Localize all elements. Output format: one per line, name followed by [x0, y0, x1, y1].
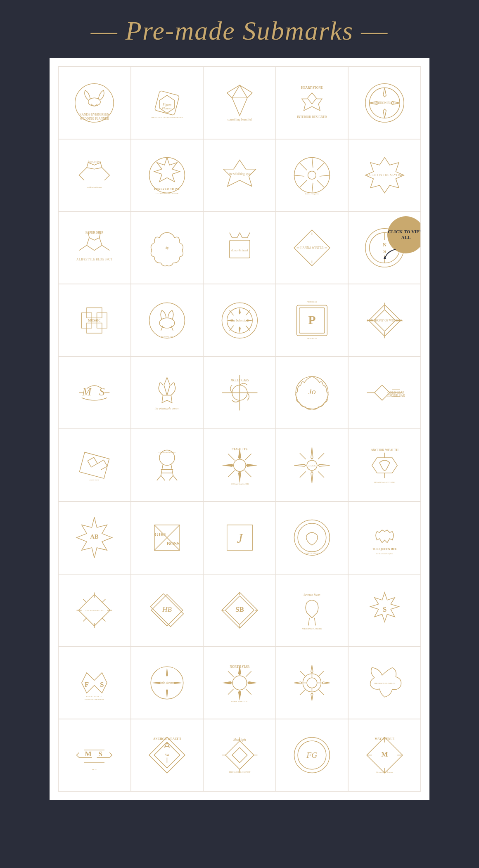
logo-cell-46: M S M · S — [58, 719, 131, 792]
logo-cell-18: the bohemian — [203, 284, 276, 357]
svg-text:THE ELUSIVE FASHION BLOGGER: THE ELUSIVE FASHION BLOGGER — [151, 116, 183, 118]
svg-text:dp: dp — [166, 246, 169, 250]
svg-text:HB: HB — [162, 605, 172, 613]
svg-text:the pineapple crown: the pineapple crown — [154, 407, 179, 410]
svg-text:KANISS EVERGREEN: KANISS EVERGREEN — [80, 113, 110, 116]
svg-text:the personal shopper: the personal shopper — [376, 771, 393, 773]
svg-text:love letters: love letters — [88, 160, 102, 163]
logo-cell-39: Seventh Swan WEDDING PLANNER — [276, 574, 349, 647]
logo-cell-1: KANISS EVERGREEN WEDDING PLANNER — [58, 66, 131, 139]
svg-text:Pigeon: Pigeon — [162, 102, 171, 106]
svg-point-49 — [149, 303, 185, 338]
title-dash-left: — — [91, 16, 126, 45]
logo-cell-26: paper crane — [58, 429, 131, 501]
logo-cell-28: STAR LITE SOCIAL MANAGER — [203, 429, 276, 501]
logo-cell-31: AB — [58, 501, 131, 574]
svg-text:MAY AVENUE: MAY AVENUE — [375, 737, 394, 741]
svg-text:STAR LITE: STAR LITE — [232, 447, 248, 451]
svg-text:ANCHOR WEALTH: ANCHOR WEALTH — [153, 737, 181, 741]
logo-cell-22: the pineapple crown — [131, 357, 204, 429]
svg-text:M: M — [381, 750, 388, 758]
svg-text:wedding stationery: wedding stationery — [87, 187, 102, 189]
svg-text:the wild blog spot: the wild blog spot — [229, 173, 251, 176]
svg-point-26 — [294, 158, 330, 193]
logo-cell-5: FASHION BLOG — [348, 66, 421, 139]
logo-cell-3: something beautiful — [203, 66, 276, 139]
svg-text:Seventh Swan: Seventh Swan — [304, 593, 320, 597]
logo-cell-14: HANNA WINTER — [276, 212, 349, 284]
svg-point-100 — [294, 520, 330, 556]
logo-cell-16: MOSAIC — [58, 284, 131, 357]
svg-line-10 — [240, 85, 252, 92]
logo-cell-19: P PICTORIAL PICTORIAL — [276, 284, 349, 357]
svg-text:––––––––: –––––––– — [235, 263, 244, 265]
logo-cell-15: N S CLICK TO VIEW ALL — [348, 212, 421, 284]
svg-text:S: S — [99, 750, 103, 758]
svg-text:SB: SB — [235, 605, 244, 613]
logo-cell-20: SYMPHONY OF WONDER — [348, 284, 421, 357]
logo-cell-9: kaniss evergreen — [276, 139, 349, 212]
svg-point-27 — [308, 171, 316, 180]
svg-text:FG: FG — [306, 750, 317, 759]
svg-line-9 — [227, 85, 240, 92]
svg-point-126 — [307, 678, 317, 688]
svg-text:snowflake: snowflake — [308, 465, 316, 467]
logo-cell-7: FOREVER STONE CUT DIAMOND TRADER — [131, 139, 204, 212]
svg-text:S: S — [100, 681, 104, 688]
logo-cell-50: MAY AVENUE M the personal shopper — [348, 719, 421, 792]
svg-text:DREAMER BLOG POST: DREAMER BLOG POST — [229, 771, 250, 773]
svg-text:N: N — [383, 242, 387, 248]
svg-text:SWEET MOON: SWEET MOON — [305, 552, 319, 554]
logo-cell-40: S — [348, 574, 421, 647]
svg-text:ANCHOR WEALTH: ANCHOR WEALTH — [371, 448, 398, 452]
logo-cell-42: little dreams — [131, 646, 204, 719]
logo-cell-47: ANCHOR WEALTH AW — [131, 719, 204, 792]
svg-text:KALEIDOSCOPE SKYLINE: KALEIDOSCOPE SKYLINE — [366, 173, 403, 177]
click-to-view-badge[interactable]: CLICK TO VIEW ALL — [387, 216, 421, 253]
svg-text:M: M — [82, 386, 92, 398]
svg-text:A LIFESTYLE BLOG SPOT: A LIFESTYLE BLOG SPOT — [76, 258, 112, 261]
svg-text:BOSS: BOSS — [166, 541, 180, 546]
logo-cell-45: THE MOON TRAVELER — [348, 646, 421, 719]
svg-text:MOLLY OAKS: MOLLY OAKS — [230, 379, 249, 383]
svg-text:HEART STONE: HEART STONE — [301, 86, 323, 90]
logo-cell-17: the beauty tool — [131, 284, 204, 357]
svg-text:FOREVER STONE: FOREVER STONE — [154, 188, 180, 192]
logo-cell-8: the wild blog spot — [203, 139, 276, 212]
logo-cell-11: PAPER SHIP A LIFESTYLE BLOG SPOT — [58, 212, 131, 284]
logo-cell-35: THE QUEEN BEE the buzz marketplace — [348, 501, 421, 574]
svg-text:GIRL: GIRL — [154, 532, 167, 537]
svg-text:M: M — [85, 750, 92, 758]
svg-text:DIAMOND TRADERS: DIAMOND TRADERS — [85, 698, 104, 700]
svg-text:daisy & hazel: daisy & hazel — [231, 248, 248, 252]
svg-text:S: S — [382, 605, 387, 613]
svg-text:a dreamcatcher thing: a dreamcatcher thing — [159, 451, 176, 453]
svg-text:FASHION BLOG: FASHION BLOG — [374, 101, 396, 105]
svg-text:THE QUEEN BEE: THE QUEEN BEE — [372, 548, 397, 551]
logo-cell-4: HEART STONE INTERIOR DESIGNER — [276, 66, 349, 139]
svg-text:PAPER SHIP: PAPER SHIP — [85, 231, 104, 234]
svg-text:M · S: M · S — [92, 769, 97, 771]
svg-text:WEDDING PLANNER: WEDDING PLANNER — [80, 117, 109, 121]
svg-text:COFFEE BAR: COFFEE BAR — [387, 394, 405, 397]
svg-text:MOSAIC: MOSAIC — [88, 318, 101, 322]
logo-cell-13: daisy & hazel –––––––– — [203, 212, 276, 284]
logo-cell-49: FG — [276, 719, 349, 792]
page-title: — Pre-made Submarks — — [8, 17, 471, 45]
logo-cell-33: J — [203, 501, 276, 574]
svg-text:THE WANDERLUST: THE WANDERLUST — [85, 610, 104, 612]
svg-text:Planner: Planner — [162, 106, 172, 110]
svg-text:FINANCIAL ADVISING: FINANCIAL ADVISING — [374, 481, 395, 483]
logo-cell-43: NORTH STAR STORY BLOG POST — [203, 646, 276, 719]
logo-cell-32: GIRL BOSS — [131, 501, 204, 574]
svg-text:the beauty tool: the beauty tool — [161, 336, 173, 338]
logo-cell-25: GOLD LEAF COFFEE BAR — [348, 357, 421, 429]
logo-cell-6: love letters wedding stationery — [58, 139, 131, 212]
svg-text:the bohemian: the bohemian — [231, 318, 248, 322]
svg-text:paper crane: paper crane — [90, 479, 99, 481]
title-dash-right: — — [353, 16, 388, 45]
svg-text:STORY BLOG POST: STORY BLOG POST — [230, 700, 248, 702]
logo-cell-41: F S FINE CLEAR CUT DIAMOND TRADERS — [58, 646, 131, 719]
svg-text:PICTORIAL: PICTORIAL — [307, 337, 318, 339]
svg-text:NORTH STAR: NORTH STAR — [230, 665, 249, 668]
